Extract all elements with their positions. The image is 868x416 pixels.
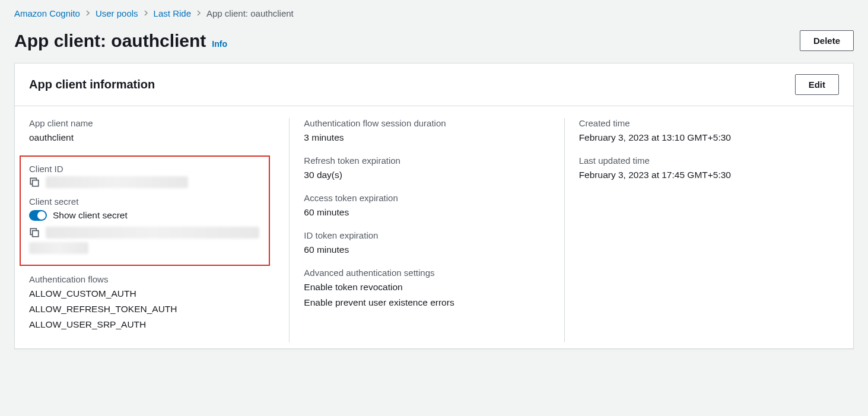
auth-flow-item: ALLOW_REFRESH_TOKEN_AUTH (29, 302, 275, 316)
field-label: Authentication flows (29, 274, 275, 284)
field-value: February 3, 2023 at 17:45 GMT+5:30 (579, 168, 825, 182)
toggle-label: Show client secret (53, 210, 128, 221)
auth-flow-item: ALLOW_CUSTOM_AUTH (29, 287, 275, 301)
client-id-field: Client ID (29, 164, 260, 188)
breadcrumb-link-user-pools[interactable]: User pools (96, 8, 138, 18)
info-link[interactable]: Info (212, 39, 227, 49)
app-client-info-panel: App client information Edit App client n… (14, 63, 854, 349)
breadcrumb-link-last-ride[interactable]: Last Ride (154, 8, 191, 18)
field-label: Last updated time (579, 155, 825, 166)
field-value: 30 day(s) (304, 168, 549, 182)
chevron-right-icon (143, 9, 149, 18)
highlighted-credentials-box: Client ID Client secret Show client (20, 155, 270, 266)
field-value: 3 minutes (304, 131, 549, 145)
adv-setting-item: Enable prevent user existence errors (304, 296, 549, 310)
app-client-name-field: App client name oauthclient (29, 118, 275, 145)
page-title-text: App client: oauthclient (14, 31, 206, 51)
svg-rect-3 (33, 231, 39, 237)
updated-time-field: Last updated time February 3, 2023 at 17… (579, 155, 825, 182)
field-label: App client name (29, 118, 275, 128)
field-value: 60 minutes (304, 243, 549, 257)
field-value: February 3, 2023 at 13:10 GMT+5:30 (579, 131, 825, 145)
field-value: Enable token revocation Enable prevent u… (304, 280, 549, 310)
client-id-value-redacted (46, 176, 188, 188)
field-value: oauthclient (29, 131, 275, 145)
delete-button[interactable]: Delete (800, 30, 854, 51)
field-label: Refresh token expiration (304, 155, 549, 166)
breadcrumb-link-cognito[interactable]: Amazon Cognito (14, 8, 80, 18)
field-label: Client secret (29, 196, 260, 207)
field-label: Access token expiration (304, 193, 549, 203)
edit-button[interactable]: Edit (795, 74, 839, 95)
column-2: Authentication flow session duration 3 m… (289, 118, 564, 342)
field-label: ID token expiration (304, 230, 549, 240)
advanced-auth-field: Advanced authentication settings Enable … (304, 268, 549, 310)
adv-setting-item: Enable token revocation (304, 280, 549, 294)
refresh-token-field: Refresh token expiration 30 day(s) (304, 155, 549, 182)
breadcrumb: Amazon Cognito User pools Last Ride App … (14, 5, 854, 28)
field-label: Advanced authentication settings (304, 268, 549, 278)
breadcrumb-current: App client: oauthclient (206, 8, 294, 18)
client-secret-field: Client secret Show client secret (29, 196, 260, 256)
copy-icon[interactable] (29, 227, 40, 238)
authentication-flows-field: Authentication flows ALLOW_CUSTOM_AUTH A… (29, 274, 275, 332)
column-3: Created time February 3, 2023 at 13:10 G… (564, 118, 839, 342)
client-secret-value-redacted-line2 (29, 242, 88, 254)
field-label: Authentication flow session duration (304, 118, 549, 128)
access-token-field: Access token expiration 60 minutes (304, 193, 549, 220)
field-value: 60 minutes (304, 205, 549, 220)
field-value: ALLOW_CUSTOM_AUTH ALLOW_REFRESH_TOKEN_AU… (29, 287, 275, 332)
page-title: App client: oauthclient Info (14, 31, 227, 51)
column-1: App client name oauthclient Client ID (29, 118, 289, 342)
auth-flow-item: ALLOW_USER_SRP_AUTH (29, 317, 275, 332)
session-duration-field: Authentication flow session duration 3 m… (304, 118, 549, 145)
field-label: Client ID (29, 164, 260, 174)
field-label: Created time (579, 118, 825, 128)
created-time-field: Created time February 3, 2023 at 13:10 G… (579, 118, 825, 145)
show-client-secret-toggle[interactable] (29, 210, 47, 221)
svg-rect-1 (33, 180, 39, 186)
id-token-field: ID token expiration 60 minutes (304, 230, 549, 257)
copy-icon[interactable] (29, 177, 40, 188)
chevron-right-icon (196, 9, 202, 18)
chevron-right-icon (85, 9, 91, 18)
panel-title: App client information (29, 78, 155, 91)
client-secret-value-redacted (46, 227, 259, 239)
